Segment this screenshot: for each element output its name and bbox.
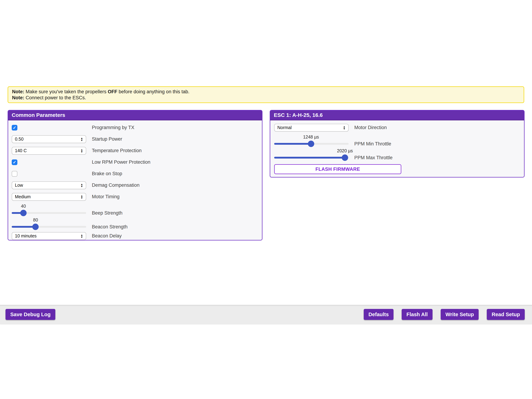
read-setup-button[interactable]: Read Setup xyxy=(487,309,525,320)
esc-1-body: Normal ▲▼ Motor Direction 1248 µs PPM Mi… xyxy=(270,120,524,174)
row-beep-strength: 40 Beep Strength xyxy=(8,203,262,216)
row-demag-compensation: Low ▲▼ Demag Compensation xyxy=(8,179,262,191)
beep-strength-label: Beep Strength xyxy=(92,210,122,216)
footer-bar: Save Debug Log Defaults Flash All Write … xyxy=(0,305,532,324)
motor-direction-select[interactable]: Normal ▲▼ xyxy=(274,124,349,132)
motor-direction-label: Motor Direction xyxy=(354,125,387,130)
startup-power-select[interactable]: 0.50 ▲▼ xyxy=(12,135,86,143)
slider-track-fill xyxy=(274,143,311,145)
row-startup-power: 0.50 ▲▼ Startup Power xyxy=(8,133,262,145)
row-brake-on-stop: ✓ Brake on Stop xyxy=(8,168,262,179)
demag-compensation-label: Demag Compensation xyxy=(92,183,139,188)
row-ppm-min-throttle: 1248 µs PPM Min Throttle xyxy=(270,133,524,147)
beacon-strength-slider: 80 xyxy=(12,217,86,230)
select-stepper-icon: ▲▼ xyxy=(81,195,83,199)
programming-by-tx-checkbox[interactable]: ✓ xyxy=(12,125,17,131)
checkmark-icon: ✓ xyxy=(13,126,16,130)
beacon-delay-select[interactable]: 10 minutes ▲▼ xyxy=(12,232,86,240)
esc-1-title: ESC 1: A-H-25, 16.6 xyxy=(270,110,524,120)
write-setup-button[interactable]: Write Setup xyxy=(441,309,479,320)
common-parameters-title: Common Parameters xyxy=(8,110,262,120)
row-temperature-protection: 140 C ▲▼ Temperature Protection xyxy=(8,145,262,156)
row-low-rpm-power-protection: ✓ Low RPM Power Protection xyxy=(8,156,262,168)
ppm-max-throttle-label: PPM Max Throttle xyxy=(354,154,393,161)
programming-by-tx-label: Programming by TX xyxy=(92,125,134,130)
slider-thumb[interactable] xyxy=(32,224,39,230)
slider-value: 1248 µs xyxy=(274,134,349,140)
footer-left: Save Debug Log xyxy=(6,309,55,320)
checkmark-icon: ✓ xyxy=(13,160,16,165)
esc-configurator-screen: Note: Make sure you've taken the propell… xyxy=(0,0,532,399)
note-line-1: Note: Make sure you've taken the propell… xyxy=(12,89,520,95)
select-stepper-icon: ▲▼ xyxy=(81,149,83,153)
slider-thumb[interactable] xyxy=(342,154,348,161)
row-ppm-max-throttle: 2020 µs PPM Max Throttle xyxy=(270,147,524,161)
slider-track[interactable] xyxy=(12,223,86,230)
beacon-delay-label: Beacon Delay xyxy=(92,233,122,239)
row-programming-by-tx: ✓ Programming by TX xyxy=(8,122,262,133)
beep-strength-slider: 40 xyxy=(12,203,86,216)
demag-compensation-select[interactable]: Low ▲▼ xyxy=(12,181,86,189)
footer-right: Defaults Flash All Write Setup Read Setu… xyxy=(364,309,525,320)
ppm-min-throttle-label: PPM Min Throttle xyxy=(354,140,391,147)
note-label: Note: xyxy=(12,89,24,94)
slider-track[interactable] xyxy=(12,210,86,216)
slider-thumb[interactable] xyxy=(308,141,314,147)
slider-thumb[interactable] xyxy=(20,210,27,216)
defaults-button[interactable]: Defaults xyxy=(364,309,393,320)
slider-track-fill xyxy=(274,157,345,158)
esc-1-panel: ESC 1: A-H-25, 16.6 Normal ▲▼ Motor Dire… xyxy=(270,110,525,177)
low-rpm-power-protection-checkbox[interactable]: ✓ xyxy=(12,159,17,165)
low-rpm-power-protection-label: Low RPM Power Protection xyxy=(92,159,150,165)
select-stepper-icon: ▲▼ xyxy=(81,234,83,238)
temperature-protection-label: Temperature Protection xyxy=(92,148,142,153)
ppm-min-throttle-slider: 1248 µs xyxy=(274,134,349,147)
ppm-max-throttle-slider: 2020 µs xyxy=(274,148,349,161)
brake-on-stop-label: Brake on Stop xyxy=(92,171,122,177)
select-stepper-icon: ▲▼ xyxy=(343,126,345,130)
note-line-2: Note: Connect power to the ESCs. xyxy=(12,95,520,101)
row-beacon-delay: 10 minutes ▲▼ Beacon Delay xyxy=(8,230,262,241)
common-parameters-body: ✓ Programming by TX 0.50 ▲▼ Startup Powe… xyxy=(8,120,262,241)
row-motor-direction: Normal ▲▼ Motor Direction xyxy=(270,122,524,133)
slider-track-fill xyxy=(12,226,35,228)
brake-on-stop-checkbox[interactable]: ✓ xyxy=(12,171,17,177)
select-stepper-icon: ▲▼ xyxy=(81,137,83,141)
slider-value: 2020 µs xyxy=(274,148,349,154)
flash-all-button[interactable]: Flash All xyxy=(402,309,432,320)
row-beacon-strength: 80 Beacon Strength xyxy=(8,216,262,230)
select-stepper-icon: ▲▼ xyxy=(81,183,83,187)
common-parameters-panel: Common Parameters ✓ Programming by TX 0.… xyxy=(8,110,262,241)
startup-power-label: Startup Power xyxy=(92,136,122,142)
motor-timing-select[interactable]: Medium ▲▼ xyxy=(12,193,86,201)
slider-track[interactable] xyxy=(274,154,349,161)
note-banner: Note: Make sure you've taken the propell… xyxy=(8,86,524,103)
slider-track[interactable] xyxy=(274,140,349,147)
slider-value: 40 xyxy=(12,203,86,210)
note-label: Note: xyxy=(12,95,24,100)
temperature-protection-select[interactable]: 140 C ▲▼ xyxy=(12,147,86,155)
row-motor-timing: Medium ▲▼ Motor Timing xyxy=(8,191,262,203)
beacon-strength-label: Beacon Strength xyxy=(92,223,127,230)
flash-firmware-button[interactable]: FLASH FIRMWARE xyxy=(274,164,401,174)
slider-value: 80 xyxy=(12,217,86,223)
save-debug-log-button[interactable]: Save Debug Log xyxy=(6,309,55,320)
motor-timing-label: Motor Timing xyxy=(92,194,120,200)
